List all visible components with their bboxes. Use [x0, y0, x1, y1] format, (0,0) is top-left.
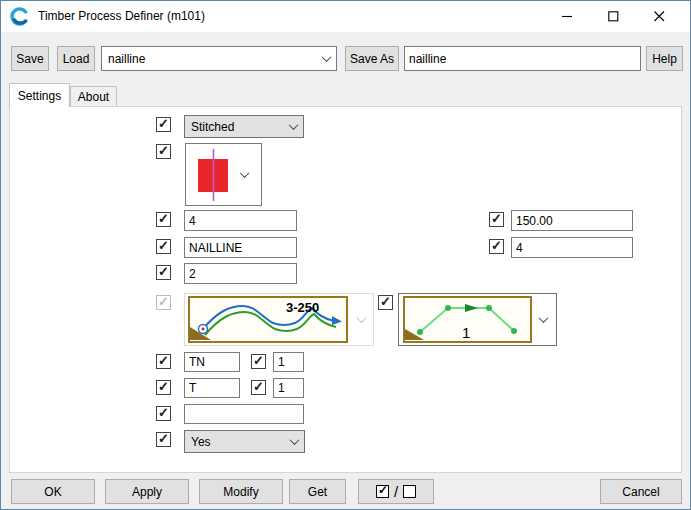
- size-checkbox[interactable]: [156, 212, 171, 227]
- weld-checkbox[interactable]: [156, 432, 171, 447]
- assembly-pos-no-checkbox-1[interactable]: [156, 380, 171, 395]
- input-method-dropdown[interactable]: Stitched: [184, 115, 304, 138]
- load-button[interactable]: Load: [57, 46, 95, 71]
- process-name-value: nailline: [108, 52, 323, 66]
- tool-id-input[interactable]: [511, 237, 633, 258]
- btl-process-key-checkbox-2[interactable]: [378, 295, 393, 310]
- class-input[interactable]: [184, 263, 297, 284]
- get-button[interactable]: Get: [289, 479, 346, 504]
- input-method-value: Stitched: [191, 120, 290, 134]
- tab-about[interactable]: About: [70, 86, 117, 106]
- nail-operation-icon: [186, 145, 241, 204]
- nail-pitch-checkbox[interactable]: [489, 212, 504, 227]
- toggle-slash: /: [394, 483, 398, 500]
- apply-button[interactable]: Apply: [105, 479, 189, 504]
- zone-input[interactable]: [184, 404, 304, 424]
- ok-button[interactable]: OK: [11, 479, 95, 504]
- close-icon[interactable]: [636, 1, 682, 32]
- btl-curve-preview-icon: 3-250: [188, 296, 348, 343]
- btl-preview1-value: 3-250: [286, 300, 319, 315]
- window-title: Timber Process Definer (m101): [38, 1, 205, 32]
- size-input[interactable]: [184, 210, 297, 231]
- assembly-pos-no-checkbox-2[interactable]: [251, 380, 266, 395]
- cancel-button[interactable]: Cancel: [600, 479, 682, 504]
- process-name-combobox[interactable]: nailline: [101, 46, 337, 71]
- maximize-icon[interactable]: [590, 1, 636, 32]
- save-as-input[interactable]: [404, 46, 641, 71]
- chevron-down-icon: [357, 313, 367, 323]
- dialog-window: Timber Process Definer (m101) Save Load …: [0, 0, 691, 510]
- minimize-icon[interactable]: [544, 1, 590, 32]
- titlebar: Timber Process Definer (m101): [1, 1, 690, 32]
- weld-dropdown[interactable]: Yes: [184, 430, 305, 453]
- part-pos-no-checkbox-1[interactable]: [156, 354, 171, 369]
- name-checkbox[interactable]: [156, 239, 171, 254]
- settings-tab-panel: [9, 106, 682, 473]
- weld-value: Yes: [191, 435, 291, 449]
- chevron-down-icon: [289, 120, 299, 130]
- checked-checkbox-icon: [376, 485, 389, 498]
- btl-process-key-checkbox: [156, 295, 171, 310]
- operation-type-dropdown[interactable]: [185, 143, 262, 206]
- btl-polyline-preview-icon: 1: [403, 296, 532, 343]
- modify-button[interactable]: Modify: [199, 479, 283, 504]
- assembly-pos-no-input-1[interactable]: [184, 378, 240, 398]
- btl-preview-dropdown-2[interactable]: 1: [398, 293, 557, 346]
- tab-settings[interactable]: Settings: [9, 83, 70, 107]
- unchecked-checkbox-icon: [403, 485, 416, 498]
- nail-pitch-input[interactable]: [511, 210, 633, 231]
- help-button[interactable]: Help: [646, 46, 683, 71]
- btl-preview2-value: 1: [462, 324, 470, 341]
- chevron-down-icon: [539, 313, 549, 323]
- input-method-checkbox[interactable]: [156, 117, 171, 132]
- chevron-down-icon: [240, 168, 250, 178]
- class-checkbox[interactable]: [156, 265, 171, 280]
- btl-preview-dropdown-1[interactable]: 3-250: [184, 293, 374, 346]
- tool-id-checkbox[interactable]: [489, 239, 504, 254]
- save-as-button[interactable]: Save As: [345, 46, 399, 71]
- name-input[interactable]: [184, 237, 297, 258]
- save-button[interactable]: Save: [11, 46, 49, 71]
- zone-checkbox[interactable]: [156, 406, 171, 421]
- app-logo-icon: [10, 7, 29, 26]
- toggle-all-checkboxes-button[interactable]: /: [358, 479, 434, 504]
- operation-type-checkbox[interactable]: [156, 144, 171, 159]
- part-pos-no-input-2[interactable]: [273, 352, 304, 372]
- part-pos-no-checkbox-2[interactable]: [251, 354, 266, 369]
- chevron-down-icon: [322, 52, 332, 62]
- part-pos-no-input-1[interactable]: [184, 352, 240, 372]
- chevron-down-icon: [290, 435, 300, 445]
- assembly-pos-no-input-2[interactable]: [273, 378, 304, 398]
